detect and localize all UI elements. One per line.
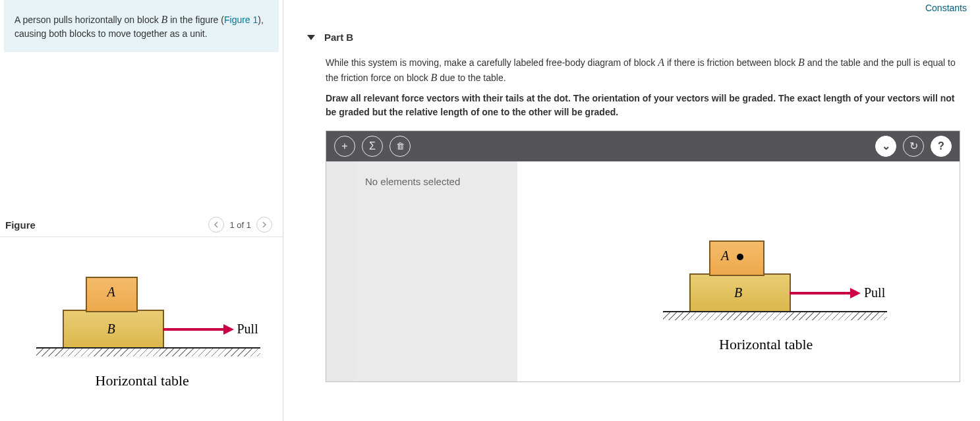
figure-header: Figure 1 of 1 [0,217,283,237]
canvas-table-hatch [663,312,887,320]
diagram-table-hatch [36,349,260,356]
right-panel: Constants Part B While this system is mo… [283,0,980,421]
prompt-text: due to the table. [437,72,505,83]
canvas-dot[interactable] [737,254,743,260]
canvas-diagram: A B Pull Horizontal table [643,234,920,379]
dropdown-button[interactable]: ⌄ [875,136,896,157]
prompt-block: While this system is moving, make a care… [283,55,978,119]
plus-icon: + [341,140,347,152]
diagram-pull-arrow-shaft [163,328,225,331]
diagram-table-label: Horizontal table [96,372,189,389]
chevron-right-icon [262,221,267,228]
figure-next-button[interactable] [256,217,272,233]
part-title: Part B [324,32,353,43]
drawing-body: No elements selected A B [326,161,960,381]
figure-title: Figure [5,219,36,231]
problem-statement: A person pulls horizontally on block B i… [4,0,279,52]
diagram-label-B: B [107,322,115,337]
canvas-label-B: B [734,285,742,300]
constants-link[interactable]: Constants [925,3,967,13]
figure-prev-button[interactable] [208,217,224,233]
prompt-text: if there is friction between block [664,57,798,68]
diagram-pull-label: Pull [237,322,258,337]
problem-text-2: in the figure ( [167,14,224,25]
figure-diagram: A B Pull Horizontal table [16,270,267,415]
drawing-canvas[interactable]: A B Pull Horizontal table [517,161,960,381]
prompt-line-2: Draw all relevant force vectors with the… [326,92,958,119]
problem-text-1: A person pulls horizontally on block [14,14,161,25]
delete-button[interactable]: 🗑 [389,136,411,157]
drawing-toolbar: + Σ 🗑 ⌄ ↻ ? [326,131,960,161]
sum-button[interactable]: Σ [362,136,383,157]
figure-pager: 1 of 1 [208,217,272,233]
add-vector-button[interactable]: + [334,136,355,157]
canvas-pull-arrow-shaft [790,292,852,295]
prompt-text: While this system is moving, make a care… [326,57,658,68]
part-header[interactable]: Part B [283,0,980,55]
prompt-var-B2: B [431,72,438,83]
prompt-var-A: A [658,57,664,68]
prompt-var-B: B [798,57,805,68]
help-button[interactable]: ? [931,136,952,157]
reset-icon: ↻ [909,140,918,152]
side-palette[interactable] [326,161,356,381]
help-icon: ? [938,140,944,152]
sigma-icon: Σ [369,140,376,152]
problem-var-B: B [161,14,168,25]
canvas-pull-label: Pull [864,285,885,300]
figure-pager-text: 1 of 1 [229,220,251,230]
canvas-pull-arrow-head [850,288,861,298]
drawing-widget: + Σ 🗑 ⌄ ↻ ? No elements selected [326,130,960,382]
chevron-left-icon [214,221,219,228]
left-panel: A person pulls horizontally on block B i… [0,0,283,421]
trash-icon: 🗑 [396,141,405,151]
collapse-caret-icon [307,35,315,40]
selection-status: No elements selected [365,176,460,187]
diagram-label-A: A [107,285,115,300]
diagram-pull-arrow-head [223,324,234,335]
canvas-table-label: Horizontal table [719,336,813,353]
canvas-label-A: A [721,248,729,264]
selection-panel: No elements selected [356,161,517,381]
prompt-line-1: While this system is moving, make a care… [326,55,958,85]
chevron-down-icon: ⌄ [882,140,890,152]
figure-link[interactable]: Figure 1 [224,14,258,25]
reset-button[interactable]: ↻ [903,136,924,157]
